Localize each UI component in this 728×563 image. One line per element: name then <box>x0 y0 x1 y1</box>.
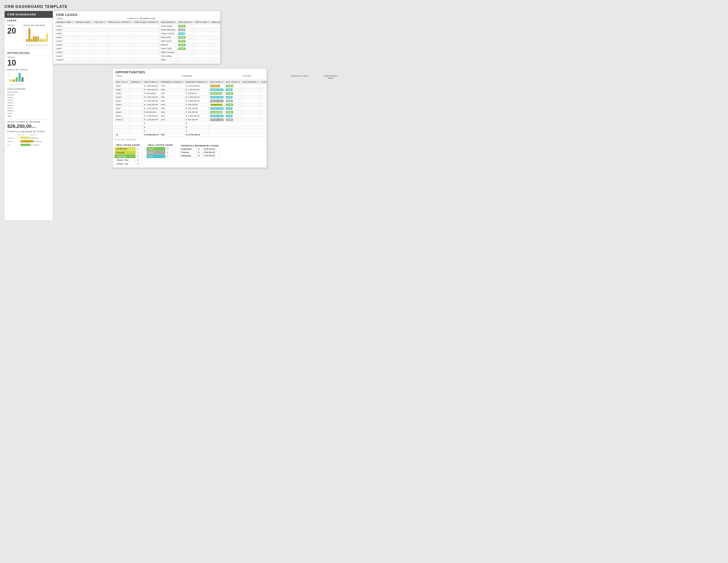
opps-table-row: Deal 3 $ 900,000.00 10% $ 90,000.00 Nego… <box>115 92 267 95</box>
svg-rect-26 <box>46 34 48 42</box>
deal-stage-badge: Negotiating <box>210 111 222 113</box>
svg-text:0: 0 <box>25 41 26 43</box>
stage-count: 4 <box>135 158 142 162</box>
leads-bar-chart-area: LEADS BY SOURCE 5 4 3 2 1 0 1 <box>23 24 51 47</box>
opps-table-row: Deal 6 $ 1,600,000.00 25% $ 400,000.00 Q… <box>115 103 267 107</box>
deal-status-badge: OPEN <box>226 103 233 106</box>
th-jobtitle[interactable]: JOB TITLE ▼ <box>93 20 107 24</box>
leads-table-row: Lead 6 Referral OPEN <box>55 43 221 47</box>
svg-text:5: 5 <box>29 27 30 28</box>
opps-table-wrap: DEAL TITLE ▼ COMPANY ▼ SIZE OF DEAL ▼ PR… <box>113 80 267 137</box>
th-lastcontact[interactable]: DATE OF LAST CONTACT ▼ <box>107 20 133 24</box>
th-probability[interactable]: PROBABILITY OF DEAL ▼ <box>160 80 184 84</box>
th-email[interactable]: EMAIL ADDRESS ▼ <box>210 20 220 24</box>
lead-name: Lead 6 <box>55 43 74 47</box>
deal-status-badge: WON <box>226 96 233 98</box>
lead-sources-list: Social MediaEmail M...Organic...Paid So.… <box>7 91 50 117</box>
svg-text:3: 3 <box>8 75 9 76</box>
deal-status-count-wrap: DEAL STATUS COUNT OPEN 4 LOST 2 WON 4 <box>146 143 175 166</box>
lead-name: Lead 2 <box>55 28 74 32</box>
lead-name: Lead 4 <box>55 36 74 39</box>
svg-text:1: 1 <box>42 38 43 39</box>
svg-text:2: 2 <box>38 35 39 36</box>
rev-value: 1,750,000.00 <box>202 154 220 157</box>
rev-stage: Qualification <box>180 147 197 151</box>
leads-table-row: Lead 8 Offline Sources <box>55 51 221 54</box>
contact-info-opps-label: CONTACT INFO <box>278 75 322 79</box>
opps-table-row: Deal 10 $ 2,750,000.00 33% $ 907,500.00 … <box>115 118 267 122</box>
lead-status-badge: OPEN <box>178 25 186 27</box>
th-deal-status[interactable]: DEAL STATUS ▼ <box>225 80 242 84</box>
status-count: 4 <box>165 147 175 151</box>
leads-section: TOTAL 20 LEADS BY SOURCE 5 4 3 2 1 0 <box>5 23 53 48</box>
leads-table-row: Lead 4 Paid Social OPEN <box>55 36 221 39</box>
th-date-initiated[interactable]: DATE INITIATED ▼ <box>242 80 260 84</box>
deal-title-cell: Deal 3 <box>115 92 129 95</box>
deal-stage-badge: Closed - Lost <box>210 100 224 102</box>
deal-status-count-table: DEAL STATUS COUNT OPEN 4 LOST 2 WON 4 <box>146 143 175 158</box>
status-count: 4 <box>165 154 175 158</box>
crm-leads-panel: CRM LEADS LEAD CONTACT INFORMATION COMPA… <box>53 11 221 64</box>
crm-leads-table: COMPANY NAME ▼ CONTACT NAME ▼ JOB TITLE … <box>55 20 220 62</box>
stage-name: Closed - Lost <box>115 162 136 166</box>
deal-title-cell: Deal 9 <box>115 114 129 118</box>
svg-text:$2,000,000.00: $2,000,000.00 <box>17 134 24 135</box>
deal-title-cell: Deal 8 <box>115 110 129 114</box>
leads-by-source-label: LEADS BY SOURCE <box>23 24 51 26</box>
rev-dollar: $ <box>197 154 202 157</box>
svg-rect-12 <box>31 39 32 42</box>
action-section-label: ACTION <box>216 75 278 79</box>
svg-text:Proposal: Proposal <box>7 141 13 142</box>
th-contact[interactable]: CONTACT NAME ▼ <box>74 20 93 24</box>
lead-status-badge: LOST <box>178 29 185 31</box>
deal-stage-badge: Proposal <box>210 85 220 87</box>
opps-total-prob: 50% <box>160 133 184 137</box>
rev-value: 1,600,000.00 <box>202 147 220 151</box>
th-nextaction[interactable]: NEXT ACTION ▼ <box>194 20 210 24</box>
lead-status-badge: WON <box>178 32 185 35</box>
stage-name: Qualification <box>115 147 136 151</box>
svg-rect-8 <box>26 39 28 42</box>
th-company-opps[interactable]: COMPANY ▼ <box>129 80 143 84</box>
th-deal-title[interactable]: DEAL TITLE ▼ <box>115 80 129 84</box>
status-name: OPEN <box>146 147 165 151</box>
lead-status-badge: OPEN <box>178 36 186 39</box>
leads-table-row: Lead 1 Social Media OPEN <box>55 24 221 28</box>
svg-text:Qual.: Qual. <box>10 84 12 85</box>
stage-count: 1 <box>135 147 142 151</box>
leads-table-row: Lead 2 Email Marketing LOST <box>55 28 221 32</box>
th-closing-date[interactable]: CLOSING DATE ▼ <box>260 80 267 84</box>
opps-section-title-left: OPPORTUNITIES <box>5 50 53 55</box>
lead-name: Lead 5 <box>55 39 74 43</box>
deal-section-label: DEAL <box>114 75 159 79</box>
svg-text:$2,300,000.00: $2,300,000.00 <box>34 141 42 142</box>
th-deal-size[interactable]: SIZE OF DEAL ▼ <box>143 80 160 84</box>
lead-name: Lead 9 <box>55 54 74 58</box>
th-company[interactable]: COMPANY NAME ▼ <box>55 20 74 24</box>
svg-text:2: 2 <box>36 35 36 36</box>
leads-table-row: Lead 5 Paid Search OPEN <box>55 39 221 43</box>
lead-sources-label: LEAD SOURCES <box>7 88 50 90</box>
stage-count: 2 <box>135 154 142 158</box>
svg-text:C-Lost: C-Lost <box>21 84 24 85</box>
deal-stage-badge: Closed - Won <box>210 96 224 98</box>
opps-table-row: Deal 5 $ 2,000,000.00 50% $ 1,000,000.00… <box>115 99 267 103</box>
deal-stage-row: Closed - Won 4 <box>115 158 142 162</box>
potential-rev-row: Negotiating $ 1,750,000.00 <box>180 154 220 157</box>
th-weighted[interactable]: WEIGHTED FORECAST ▼ <box>185 80 209 84</box>
lead-section-label: LEAD <box>55 17 126 20</box>
svg-text:4: 4 <box>25 31 26 32</box>
th-deal-stage[interactable]: DEAL STAGE ▼ <box>209 80 225 84</box>
deal-stage-badge: Closed - Lost <box>210 118 224 121</box>
deal-status-row: LOST 2 <box>146 151 175 154</box>
deal-stage-badge: Closed - Won <box>210 88 224 91</box>
th-leadstatus[interactable]: LEAD STATUS ▼ <box>177 20 194 24</box>
lead-status-badge: OPEN <box>178 47 186 50</box>
svg-text:3: 3 <box>47 32 47 34</box>
potential-rev-title: POTENTIAL REVENUE BY STAGE <box>180 144 220 147</box>
th-leadsource[interactable]: LEAD SOURCE ▼ <box>160 20 177 24</box>
deal-status-badge: WON <box>226 88 233 91</box>
th-nextcontact[interactable]: DATE OF NEXT CONTACT ▼ <box>133 20 160 24</box>
total-rev-value: $26,200,00... <box>7 123 50 129</box>
opps-total-empty <box>129 133 143 137</box>
